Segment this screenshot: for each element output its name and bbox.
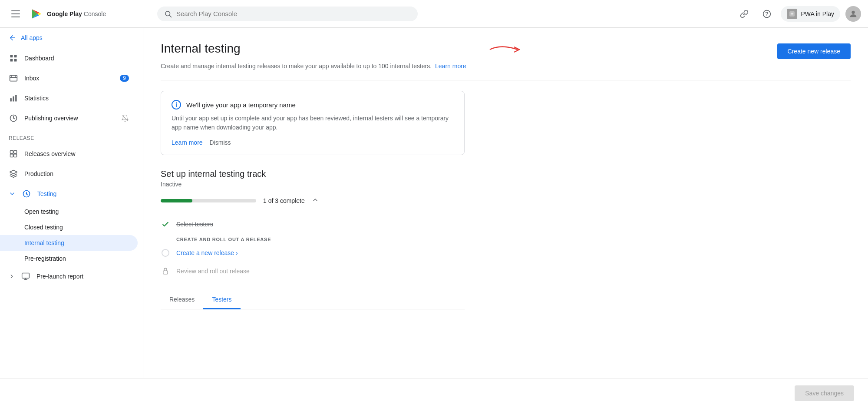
progress-bar-fill [161, 199, 192, 202]
logo-area: Google Play Console [30, 7, 106, 21]
release-section-label: Release [0, 128, 143, 144]
help-icon [762, 10, 771, 18]
svg-point-6 [851, 10, 855, 13]
content-divider [161, 80, 851, 80]
help-icon-button[interactable] [758, 5, 776, 23]
sidebar-label-publishing-overview: Publishing overview [24, 115, 78, 122]
app-chip-text: PWA in Play [801, 10, 834, 17]
svg-rect-19 [10, 154, 13, 157]
footer: Save changes [0, 378, 868, 408]
user-avatar[interactable] [845, 6, 861, 22]
svg-point-4 [767, 15, 768, 16]
closed-testing-label: Closed testing [24, 224, 63, 231]
svg-rect-12 [10, 98, 12, 102]
step-section-header: CREATE AND ROLL OUT A RELEASE [161, 233, 851, 244]
progress-label: 1 of 3 complete [263, 197, 305, 204]
sidebar-all-apps[interactable]: All apps [0, 28, 143, 48]
step-review-release: Review and roll out release [161, 262, 851, 280]
pre-registration-label: Pre-registration [24, 255, 66, 262]
inbox-icon [9, 73, 18, 83]
testing-icon [22, 189, 31, 199]
all-apps-label: All apps [21, 34, 43, 41]
sidebar-item-releases-overview[interactable]: Releases overview [0, 144, 138, 164]
inbox-badge: 9 [120, 75, 129, 82]
app-chip[interactable]: PWA in Play [781, 6, 840, 22]
sidebar-sub-item-internal-testing[interactable]: Internal testing [0, 235, 138, 251]
info-card: i We'll give your app a temporary name U… [161, 91, 465, 155]
svg-rect-9 [10, 59, 13, 62]
hamburger-icon [10, 9, 22, 19]
create-release-step-link[interactable]: Create a new release › [176, 249, 238, 256]
link-icon [740, 10, 749, 18]
google-play-logo-icon [30, 7, 43, 21]
tab-releases[interactable]: Releases [161, 291, 203, 309]
step-locked-icon [161, 266, 170, 276]
search-input[interactable] [176, 10, 411, 17]
statistics-icon [9, 93, 18, 103]
sidebar-label-dashboard: Dashboard [24, 55, 54, 62]
search-bar[interactable] [157, 7, 418, 21]
dashboard-icon [9, 53, 18, 63]
sidebar-label-statistics: Statistics [24, 95, 49, 102]
info-dismiss-button[interactable]: Dismiss [210, 139, 231, 146]
sidebar-item-pre-launch[interactable]: Pre-launch report [0, 266, 138, 286]
internal-testing-label: Internal testing [24, 239, 64, 246]
step-done-check-icon [161, 219, 170, 229]
svg-rect-13 [13, 96, 14, 102]
svg-rect-14 [15, 95, 17, 102]
step-list: Select testers CREATE AND ROLL OUT A REL… [161, 215, 851, 280]
testing-expand-arrow-icon [9, 190, 16, 197]
save-changes-button[interactable]: Save changes [795, 385, 854, 401]
progress-bar-container [161, 199, 256, 202]
link-icon-button[interactable] [736, 5, 753, 23]
hamburger-menu-button[interactable] [7, 5, 24, 23]
setup-section-status: Inactive [161, 181, 851, 188]
sidebar-sub-item-pre-registration[interactable]: Pre-registration [0, 251, 138, 266]
svg-rect-8 [14, 55, 17, 58]
page-title: Internal testing [161, 42, 241, 56]
sidebar-item-statistics[interactable]: Statistics [0, 88, 138, 108]
sidebar-label-production: Production [24, 170, 53, 177]
info-card-title: We'll give your app a temporary name [186, 101, 296, 109]
pre-launch-icon [21, 272, 30, 281]
progress-chevron-icon[interactable] [312, 196, 319, 205]
publishing-overview-mute-icon [121, 114, 129, 122]
progress-area: 1 of 3 complete [161, 196, 851, 205]
sidebar-label-releases-overview: Releases overview [24, 150, 76, 157]
sidebar-label-inbox: Inbox [24, 75, 39, 82]
releases-overview-icon [9, 149, 18, 159]
sidebar-label-pre-launch: Pre-launch report [36, 273, 83, 280]
production-icon [9, 169, 18, 179]
svg-rect-24 [163, 271, 168, 274]
topbar-right: PWA in Play [736, 5, 861, 23]
svg-line-2 [169, 15, 171, 17]
tab-testers[interactable]: Testers [203, 291, 240, 309]
open-testing-label: Open testing [24, 208, 59, 215]
sidebar-sub-item-open-testing[interactable]: Open testing [0, 204, 138, 219]
sidebar-item-inbox[interactable]: Inbox 9 [0, 68, 138, 88]
setup-section-title: Set up internal testing track [161, 169, 851, 179]
learn-more-link[interactable]: Learn more [435, 63, 466, 70]
info-card-body: Until your app set up is complete and yo… [172, 114, 454, 132]
info-card-header: i We'll give your app a temporary name [172, 100, 454, 109]
search-icon [164, 10, 172, 18]
step-review-release-label: Review and roll out release [176, 268, 250, 275]
step-create-release-label: Create a new release › [176, 249, 238, 256]
pre-launch-expand-icon [9, 273, 15, 279]
svg-rect-20 [14, 154, 17, 157]
svg-point-22 [26, 193, 27, 194]
sidebar-item-publishing-overview[interactable]: Publishing overview [0, 108, 138, 128]
sidebar-sub-item-closed-testing[interactable]: Closed testing [0, 219, 138, 235]
sidebar-item-testing[interactable]: Testing [0, 184, 143, 204]
svg-rect-23 [22, 273, 30, 279]
svg-rect-10 [14, 59, 17, 62]
sidebar-item-dashboard[interactable]: Dashboard [0, 48, 138, 68]
create-new-release-button[interactable]: Create new release [777, 43, 851, 59]
svg-rect-7 [10, 55, 13, 58]
sidebar-label-testing: Testing [37, 190, 56, 197]
info-learn-more-button[interactable]: Learn more [172, 139, 203, 146]
content-area: Internal testing Create new release Crea… [143, 28, 868, 378]
step-select-testers: Select testers [161, 215, 851, 233]
sidebar: All apps Dashboard Inbox [0, 28, 143, 378]
sidebar-item-production[interactable]: Production [0, 164, 138, 184]
